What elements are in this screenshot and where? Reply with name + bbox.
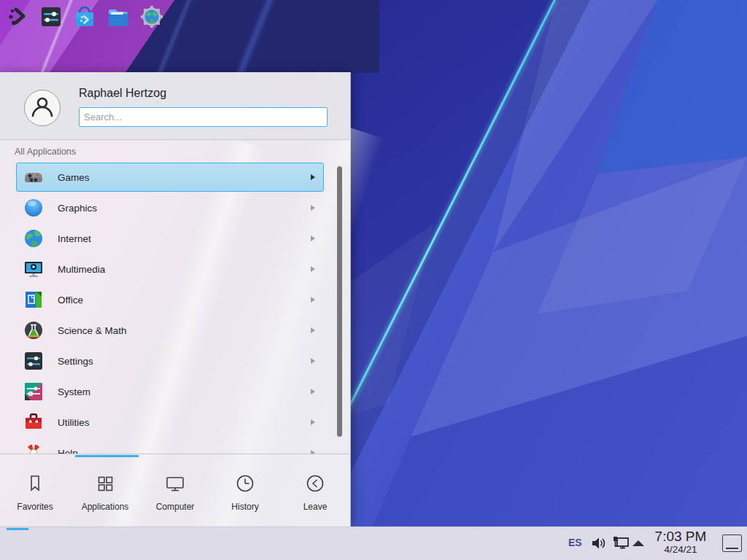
submenu-arrow-icon	[311, 174, 315, 180]
category-label: Office	[58, 295, 83, 306]
app-grid-icon	[94, 472, 116, 497]
digital-clock[interactable]: 7:03 PM 4/24/21	[648, 529, 713, 555]
history-icon	[234, 472, 256, 497]
submenu-arrow-icon	[311, 266, 315, 272]
tab-bar-divider	[0, 454, 350, 454]
keyboard-layout-indicator[interactable]: ES	[568, 537, 582, 548]
kickoff-launcher-icon[interactable]	[6, 5, 29, 28]
show-desktop-button[interactable]	[722, 534, 742, 552]
category-help[interactable]: Help	[16, 438, 324, 454]
system-icon	[23, 381, 44, 402]
expand-tray-icon[interactable]	[632, 540, 644, 546]
desktop: Raphael Hertzog All Applications	[0, 0, 747, 560]
category-label: Internet	[58, 233, 91, 244]
category-office[interactable]: Office	[16, 285, 324, 314]
tab-label: Applications	[82, 502, 129, 512]
settings-icon	[23, 351, 44, 371]
scrollbar[interactable]	[337, 166, 342, 437]
submenu-arrow-icon	[311, 236, 315, 241]
tab-history[interactable]: History	[210, 459, 280, 526]
category-label: Games	[58, 172, 90, 183]
section-label: All Applications	[15, 147, 76, 157]
category-games[interactable]: Games	[16, 163, 324, 192]
system-settings-icon[interactable]	[39, 5, 63, 28]
multimedia-icon	[23, 259, 44, 279]
tab-label: Favorites	[17, 502, 53, 512]
submenu-arrow-icon	[311, 297, 315, 303]
category-multimedia[interactable]: Multimedia	[16, 254, 324, 284]
tab-computer[interactable]: Computer	[140, 459, 210, 526]
tab-leave[interactable]: Leave	[280, 459, 350, 526]
application-category-list: Games Graphics	[0, 163, 350, 454]
category-settings[interactable]: Settings	[16, 346, 324, 376]
search-input[interactable]	[79, 107, 328, 127]
tab-label: Leave	[303, 502, 328, 512]
category-graphics[interactable]: Graphics	[16, 193, 324, 222]
science-icon	[23, 320, 44, 341]
category-label: Help	[58, 448, 78, 454]
clock-time: 7:03 PM	[648, 529, 713, 545]
category-science-math[interactable]: Science & Math	[16, 316, 324, 345]
category-label: Science & Math	[58, 325, 127, 336]
category-system[interactable]: System	[16, 377, 324, 406]
user-avatar[interactable]	[24, 90, 61, 126]
application-launcher-menu: Raphael Hertzog All Applications	[0, 72, 351, 526]
discover-icon[interactable]	[73, 5, 96, 28]
computer-icon	[164, 472, 186, 497]
category-internet[interactable]: Internet	[16, 224, 324, 253]
toolbox-icon	[23, 412, 44, 432]
submenu-arrow-icon	[311, 358, 315, 364]
active-tab-indicator	[75, 455, 139, 457]
launcher-tab-bar: Favorites Applications	[0, 459, 350, 526]
submenu-arrow-icon	[311, 327, 315, 333]
sphere-icon	[23, 198, 44, 218]
help-icon	[23, 443, 44, 454]
tab-label: History	[231, 502, 258, 512]
category-label: Graphics	[58, 203, 97, 214]
user-name: Raphael Hertzog	[79, 87, 166, 100]
volume-icon[interactable]	[589, 534, 607, 555]
category-label: Settings	[58, 356, 93, 367]
clock-date: 4/24/21	[648, 545, 713, 556]
gamepad-icon	[23, 167, 44, 187]
bookmark-icon	[24, 472, 46, 497]
active-launcher-indicator	[7, 528, 28, 530]
submenu-arrow-icon	[311, 389, 315, 394]
launcher-header: Raphael Hertzog	[0, 72, 350, 140]
tab-favorites[interactable]: Favorites	[0, 459, 70, 526]
submenu-arrow-icon	[311, 419, 315, 425]
web-browser-icon[interactable]	[140, 5, 163, 28]
category-label: Utilities	[58, 417, 90, 428]
file-manager-icon[interactable]	[107, 5, 130, 28]
office-icon	[23, 289, 44, 310]
wired-network-icon[interactable]	[611, 534, 630, 556]
category-label: Multimedia	[58, 264, 105, 275]
tab-applications[interactable]: Applications	[70, 459, 140, 526]
globe-icon	[23, 228, 44, 249]
submenu-arrow-icon	[311, 205, 315, 211]
category-label: System	[58, 386, 90, 397]
category-utilities[interactable]: Utilities	[16, 408, 324, 437]
leave-icon	[304, 472, 326, 497]
tab-label: Computer	[156, 502, 195, 512]
